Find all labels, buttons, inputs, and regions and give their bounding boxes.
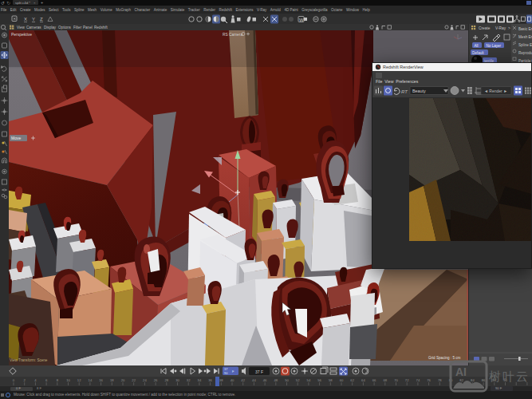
- svg-text:70: 70: [394, 378, 398, 382]
- svg-text:0: 0: [13, 378, 15, 382]
- svg-text:68: 68: [383, 378, 387, 382]
- svg-text:◄ Render ►: ◄ Render ►: [484, 89, 507, 93]
- svg-text:W: W: [299, 18, 304, 22]
- svg-text:32: 32: [187, 378, 191, 382]
- svg-text:Options: Options: [58, 26, 72, 30]
- svg-text:Cameras: Cameras: [26, 26, 41, 30]
- svg-text:12: 12: [77, 378, 81, 382]
- svg-text:6: 6: [45, 378, 48, 382]
- svg-text:54: 54: [307, 378, 311, 382]
- svg-text:8: 8: [57, 378, 59, 382]
- svg-text:46: 46: [263, 378, 267, 382]
- svg-text:Default: Default: [472, 51, 484, 55]
- svg-text:RS Camera: RS Camera: [223, 33, 242, 37]
- svg-text:Y: Y: [32, 17, 35, 22]
- svg-text:Perspektive: Perspektive: [11, 32, 32, 37]
- svg-text:20: 20: [121, 378, 125, 382]
- svg-text:90: 90: [224, 371, 228, 375]
- svg-text:66: 66: [372, 378, 376, 382]
- svg-text:30: 30: [175, 378, 179, 382]
- svg-text:72: 72: [405, 378, 409, 382]
- svg-text:Z: Z: [40, 17, 43, 22]
- svg-text:AI: AI: [455, 365, 467, 378]
- svg-text:48: 48: [274, 378, 278, 382]
- svg-text:62: 62: [350, 378, 354, 382]
- svg-text:64: 64: [361, 378, 365, 382]
- svg-text:Beauty: Beauty: [412, 89, 426, 93]
- svg-text:26: 26: [154, 378, 158, 382]
- svg-text:38: 38: [219, 378, 223, 382]
- svg-text:78: 78: [438, 378, 442, 382]
- svg-text:76: 76: [427, 378, 431, 382]
- svg-text:RT: RT: [401, 89, 408, 94]
- svg-text:Move: Move: [11, 136, 21, 140]
- svg-text:56: 56: [317, 378, 321, 382]
- svg-text:58: 58: [329, 378, 333, 382]
- svg-text:Reproduc: Reproduc: [518, 51, 532, 55]
- svg-text:2: 2: [24, 378, 26, 382]
- svg-text:36: 36: [208, 378, 212, 382]
- svg-text:16: 16: [99, 378, 103, 382]
- svg-text:View Transform: Scene: View Transform: Scene: [10, 358, 48, 362]
- svg-text:X: X: [24, 17, 27, 22]
- svg-text:树叶云: 树叶云: [489, 369, 530, 383]
- svg-text:Display: Display: [44, 26, 57, 30]
- svg-text:60: 60: [340, 378, 344, 382]
- svg-text:Redshift: Redshift: [94, 26, 108, 30]
- svg-text:37 F: 37 F: [255, 369, 263, 374]
- svg-text:50: 50: [285, 378, 289, 382]
- svg-text:74: 74: [416, 378, 420, 382]
- svg-text:V-Ray: V-Ray: [495, 26, 506, 30]
- svg-text:42: 42: [241, 378, 245, 382]
- svg-text:22: 22: [132, 378, 136, 382]
- svg-text:Panel: Panel: [83, 26, 93, 30]
- svg-text:28: 28: [164, 378, 168, 382]
- svg-text:24: 24: [143, 378, 147, 382]
- svg-text:34: 34: [198, 378, 202, 382]
- svg-text:4: 4: [34, 378, 37, 382]
- svg-text:14: 14: [89, 378, 93, 382]
- svg-text:View: View: [17, 26, 26, 30]
- svg-text:>: >: [508, 26, 510, 30]
- svg-text:52: 52: [296, 378, 300, 382]
- svg-text:40: 40: [231, 378, 234, 382]
- svg-text:10: 10: [66, 378, 70, 382]
- svg-text:All: All: [475, 44, 479, 48]
- svg-text:Basic Em: Basic Em: [518, 27, 532, 31]
- svg-text:Spline En: Spline En: [518, 43, 532, 47]
- svg-text:44: 44: [252, 378, 256, 382]
- svg-text:18: 18: [110, 378, 114, 382]
- svg-text:No Layer: No Layer: [487, 44, 502, 48]
- svg-text:Mesh Em: Mesh Em: [518, 35, 532, 39]
- svg-text:Create: Create: [479, 26, 491, 30]
- svg-text:Filter: Filter: [73, 26, 82, 30]
